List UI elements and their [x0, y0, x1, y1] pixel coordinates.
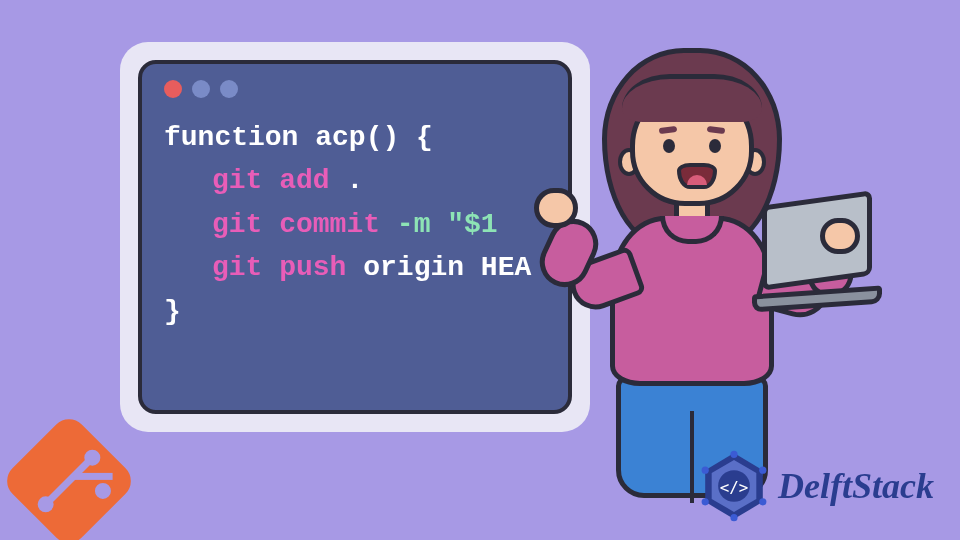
git-push-args: origin HEA — [363, 252, 531, 283]
window-controls — [164, 80, 546, 98]
tongue — [687, 175, 707, 185]
character-illustration — [552, 38, 832, 498]
svg-point-4 — [730, 451, 737, 458]
svg-point-7 — [730, 514, 737, 521]
eyebrow-right — [707, 126, 726, 134]
git-commit-str: "$1 — [447, 209, 497, 240]
close-dot-icon — [164, 80, 182, 98]
code-line-5: } — [164, 290, 546, 333]
delftstack-text: DelftStack — [778, 465, 934, 507]
git-add-args: . — [346, 165, 363, 196]
terminal-body: function acp() { git add . git commit -m… — [138, 60, 572, 414]
character-bangs — [622, 74, 762, 122]
delftstack-logo: </> DelftStack — [698, 450, 934, 522]
character-hand-right — [820, 218, 860, 254]
git-push-cmd: git push — [212, 252, 346, 283]
eye-left — [663, 139, 675, 153]
svg-point-8 — [702, 498, 709, 505]
git-node-icon — [34, 493, 57, 516]
code-line-2: git add . — [212, 159, 546, 202]
git-commit-flag: -m — [397, 209, 431, 240]
close-brace: } — [164, 296, 181, 327]
eyebrow-left — [659, 126, 678, 134]
keyword-function: function — [164, 122, 298, 153]
git-logo-icon — [0, 412, 138, 540]
code-line-4: git push origin HEA — [212, 246, 546, 289]
svg-point-9 — [702, 467, 709, 474]
mouth — [677, 163, 717, 189]
git-node-icon — [81, 446, 104, 469]
code-line-3: git commit -m "$1 — [212, 203, 546, 246]
delftstack-badge-icon: </> — [698, 450, 770, 522]
code-line-1: function acp() { — [164, 116, 546, 159]
code-block: function acp() { git add . git commit -m… — [164, 116, 546, 333]
laptop-icon — [762, 198, 892, 308]
svg-point-5 — [759, 467, 766, 474]
svg-text:</>: </> — [720, 478, 749, 497]
character-hand-left — [534, 188, 578, 228]
git-add-cmd: git add — [212, 165, 330, 196]
git-node-icon — [92, 480, 115, 503]
maximize-dot-icon — [220, 80, 238, 98]
open-brace: { — [416, 122, 433, 153]
function-name: acp() — [315, 122, 399, 153]
minimize-dot-icon — [192, 80, 210, 98]
svg-point-6 — [759, 498, 766, 505]
eye-right — [709, 139, 721, 153]
git-commit-cmd: git commit — [212, 209, 380, 240]
terminal-window: function acp() { git add . git commit -m… — [120, 42, 590, 432]
